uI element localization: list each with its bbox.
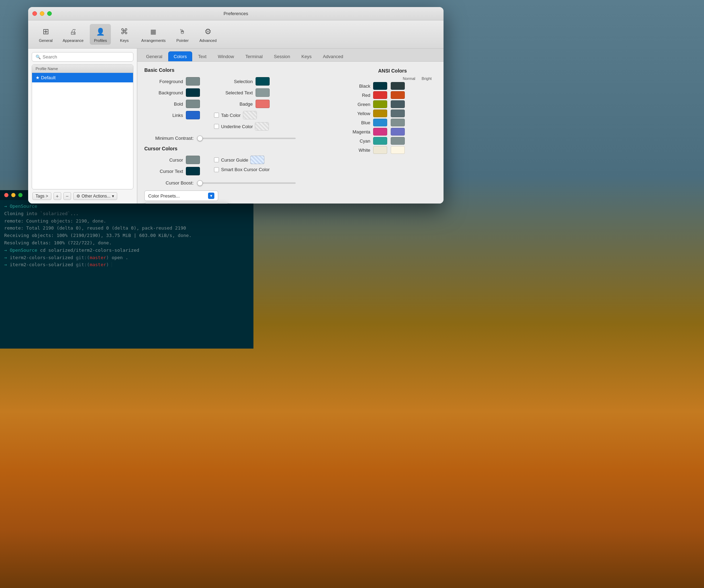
- ansi-black-bright[interactable]: [391, 82, 405, 90]
- terminal-min-light: [11, 193, 15, 197]
- cursor-guide-swatch[interactable]: [250, 156, 264, 164]
- tabs-bar: General Colors Text Window Terminal Sess…: [137, 49, 444, 62]
- appearance-icon: 🖨: [68, 26, 79, 37]
- advanced-icon: ⚙: [202, 26, 214, 37]
- ansi-bright-header: Bright: [420, 76, 434, 81]
- smart-box-row: Smart Box Cursor Color: [214, 167, 270, 172]
- ansi-red-label: Red: [348, 93, 373, 98]
- pointer-icon: 🖱: [177, 26, 188, 37]
- ansi-blue-label: Blue: [348, 120, 373, 125]
- background-swatch[interactable]: [186, 88, 200, 97]
- underline-color-row: Underline Color: [214, 122, 270, 131]
- ansi-row-cyan: Cyan: [348, 137, 436, 145]
- cursor-text-swatch[interactable]: [186, 167, 200, 175]
- remove-profile-button[interactable]: −: [63, 192, 71, 200]
- bold-swatch[interactable]: [186, 100, 200, 108]
- profile-item-default[interactable]: ★ Default: [32, 73, 133, 82]
- ansi-cyan-bright[interactable]: [391, 137, 405, 145]
- tab-colors[interactable]: Colors: [168, 51, 192, 61]
- toolbar: ⊞ General 🖨 Appearance 👤 Profiles ⌘ Keys…: [28, 20, 444, 49]
- right-panel: General Colors Text Window Terminal Sess…: [137, 49, 444, 204]
- smart-box-checkbox[interactable]: [214, 167, 219, 172]
- maximize-button[interactable]: [47, 11, 52, 16]
- tags-button[interactable]: Tags >: [32, 192, 51, 200]
- color-presets-dropdown: Dark Background Light Background Pastel …: [144, 202, 229, 204]
- minimum-contrast-slider[interactable]: [197, 138, 296, 139]
- toolbar-item-arrangements[interactable]: ▦ Arrangements: [138, 24, 169, 45]
- toolbar-item-pointer[interactable]: 🖱 Pointer: [172, 24, 193, 45]
- ansi-blue-normal[interactable]: [373, 119, 387, 126]
- toolbar-item-advanced[interactable]: ⚙ Advanced: [196, 24, 220, 45]
- search-box[interactable]: 🔍: [32, 52, 133, 62]
- cursor-label: Cursor: [144, 157, 183, 163]
- titlebar: Preferences: [28, 7, 444, 20]
- add-profile-button[interactable]: +: [54, 192, 61, 200]
- right-color-col: Selection Selected Text Badge: [214, 77, 270, 131]
- tab-window[interactable]: Window: [213, 51, 239, 61]
- window-body: 🔍 Profile Name ★ Default Tags > + − ⚙ Ot…: [28, 49, 444, 204]
- ansi-red-normal[interactable]: [373, 91, 387, 99]
- left-color-col: Foreground Background Bold: [144, 77, 200, 131]
- selected-text-swatch[interactable]: [256, 88, 270, 97]
- ansi-black-normal[interactable]: [373, 82, 387, 90]
- ansi-white-normal[interactable]: [373, 146, 387, 154]
- background-label: Background: [144, 90, 183, 95]
- ansi-white-bright[interactable]: [391, 146, 405, 154]
- smart-box-label: Smart Box Cursor Color: [221, 167, 270, 172]
- toolbar-item-profiles[interactable]: 👤 Profiles: [90, 24, 111, 45]
- cursor-guide-checkbox[interactable]: [214, 157, 219, 162]
- keys-icon: ⌘: [119, 26, 130, 37]
- cursor-colors-rows: Cursor Cursor Text Cursor Guide: [144, 156, 436, 175]
- toolbar-label-appearance: Appearance: [63, 38, 83, 43]
- cursor-guide-label: Cursor Guide: [221, 157, 248, 163]
- ansi-magenta-swatches: [373, 128, 405, 136]
- ansi-blue-swatches: [373, 119, 405, 126]
- other-actions-button[interactable]: ⚙ Other Actions... ▾: [73, 192, 117, 200]
- ansi-green-bright[interactable]: [391, 100, 405, 108]
- minimize-button[interactable]: [40, 11, 44, 16]
- minimum-contrast-thumb[interactable]: [197, 136, 203, 141]
- ansi-row-black: Black: [348, 82, 436, 90]
- tab-text[interactable]: Text: [193, 51, 212, 61]
- toolbar-item-general[interactable]: ⊞ General: [35, 24, 56, 45]
- tab-color-swatch[interactable]: [243, 111, 257, 119]
- toolbar-item-appearance[interactable]: 🖨 Appearance: [59, 24, 87, 45]
- ansi-green-normal[interactable]: [373, 100, 387, 108]
- foreground-swatch[interactable]: [186, 77, 200, 86]
- search-input[interactable]: [43, 54, 130, 60]
- cursor-boost-thumb[interactable]: [197, 180, 203, 186]
- tab-color-checkbox[interactable]: [214, 113, 219, 118]
- color-presets-button[interactable]: Color Presets... ▾: [144, 190, 218, 201]
- ansi-yellow-normal[interactable]: [373, 110, 387, 117]
- ansi-row-white: White: [348, 146, 436, 154]
- selection-swatch[interactable]: [256, 77, 270, 86]
- cursor-text-row: Cursor Text: [144, 167, 200, 175]
- cursor-boost-slider[interactable]: [197, 182, 296, 184]
- underline-color-swatch[interactable]: [255, 122, 269, 131]
- ansi-yellow-bright[interactable]: [391, 110, 405, 117]
- tab-advanced[interactable]: Advanced: [318, 51, 348, 61]
- links-swatch[interactable]: [186, 111, 200, 119]
- tab-session[interactable]: Session: [269, 51, 295, 61]
- ansi-normal-header: Normal: [402, 76, 416, 81]
- ansi-magenta-normal[interactable]: [373, 128, 387, 136]
- tab-terminal[interactable]: Terminal: [240, 51, 268, 61]
- close-button[interactable]: [32, 11, 37, 16]
- ansi-blue-bright[interactable]: [391, 119, 405, 126]
- gear-icon: ⚙: [76, 194, 80, 199]
- underline-color-checkbox[interactable]: [214, 124, 219, 129]
- ansi-red-bright[interactable]: [391, 91, 405, 99]
- badge-swatch[interactable]: [256, 100, 270, 108]
- links-row: Links: [144, 111, 200, 119]
- toolbar-item-keys[interactable]: ⌘ Keys: [114, 24, 135, 45]
- ansi-cyan-normal[interactable]: [373, 137, 387, 145]
- dropdown-chevron-icon: ▾: [112, 194, 114, 199]
- tab-keys[interactable]: Keys: [296, 51, 317, 61]
- selection-row: Selection: [214, 77, 270, 86]
- ansi-magenta-bright[interactable]: [391, 128, 405, 136]
- cursor-text-label: Cursor Text: [144, 169, 183, 174]
- ansi-white-swatches: [373, 146, 405, 154]
- ansi-yellow-label: Yellow: [348, 111, 373, 116]
- tab-general[interactable]: General: [141, 51, 168, 61]
- cursor-swatch[interactable]: [186, 156, 200, 164]
